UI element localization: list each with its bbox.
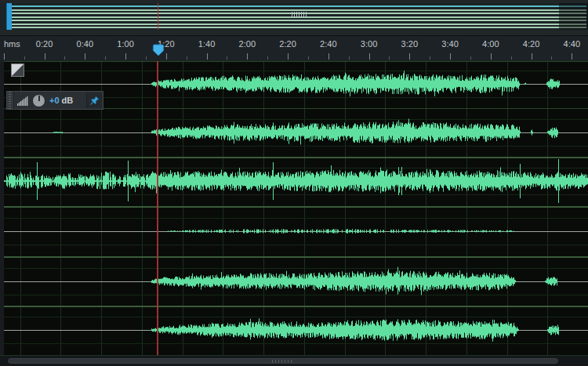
horizontal-scrollbar[interactable] [0, 355, 588, 366]
volume-knob-icon[interactable] [32, 94, 45, 107]
time-label: 4:00 [482, 39, 499, 49]
ruler-tick [369, 53, 370, 60]
time-label: 0:40 [77, 39, 93, 49]
ruler-tick [64, 56, 65, 60]
ruler-tick [267, 56, 268, 60]
panel-left-edge [0, 61, 4, 355]
navigator-panel [0, 0, 588, 36]
time-label: 4:20 [523, 39, 539, 49]
level-meter-icon [17, 95, 30, 107]
ruler-tick [450, 53, 451, 60]
ruler-tick [85, 53, 85, 60]
ruler-tick [389, 56, 390, 60]
ruler-tick [105, 56, 106, 60]
navigator-track-line [11, 9, 586, 11]
scrollbar-grip [272, 360, 294, 363]
time-label: 1:00 [117, 39, 133, 49]
navigator-offview-shade [559, 3, 588, 30]
time-label: 3:40 [441, 39, 458, 49]
navigator-range-grip[interactable] [292, 12, 307, 17]
time-label: 3:20 [401, 39, 418, 49]
drag-handle[interactable] [7, 92, 14, 109]
navigator-range-handle-left[interactable] [6, 3, 12, 30]
display-toggle-icon[interactable] [11, 63, 24, 77]
ruler-tick [349, 56, 350, 60]
ruler-tick [45, 53, 45, 60]
navigator-track-line [11, 5, 586, 7]
ruler-tick [125, 53, 126, 60]
ruler-tick [146, 56, 147, 60]
time-label: 2:40 [320, 39, 336, 49]
gain-unit-label: dB [62, 96, 74, 105]
scrollbar-thumb[interactable] [8, 358, 558, 364]
gain-value[interactable]: +0 [49, 96, 60, 105]
ruler-tick [308, 56, 309, 60]
ruler-tick [491, 53, 492, 60]
session-navigator[interactable] [0, 3, 588, 30]
ruler-tick [288, 53, 289, 60]
ruler-tick [328, 53, 329, 60]
ruler-tick [409, 53, 410, 60]
time-ruler[interactable]: hms 0:200:401:001:201:402:002:202:403:00… [0, 36, 588, 63]
ruler-tick [24, 56, 25, 60]
time-label: 1:40 [198, 39, 215, 49]
ruler-tick [430, 56, 430, 60]
ruler-tick [4, 53, 5, 60]
ruler-tick [227, 56, 227, 60]
ruler-tick [551, 56, 552, 60]
track-control-bar: +0 dB [6, 91, 103, 110]
ruler-tick [572, 53, 572, 60]
time-label: 3:00 [361, 39, 377, 49]
multitrack-editor[interactable]: +0 dB [0, 61, 588, 355]
ruler-tick [532, 53, 532, 60]
ruler-tick [247, 53, 248, 60]
time-label: 2:00 [239, 39, 256, 49]
navigator-track-line [11, 27, 586, 28]
navigator-playhead-line [158, 3, 158, 30]
time-unit-label: hms [4, 39, 20, 49]
playhead-marker[interactable] [152, 44, 165, 57]
navigator-track-line [11, 20, 586, 21]
ruler-tick [511, 56, 512, 60]
navigator-track-line [11, 24, 586, 25]
ruler-tick [470, 56, 471, 60]
time-label: 4:40 [564, 39, 580, 49]
pin-icon [89, 96, 100, 106]
pin-button[interactable] [86, 92, 102, 108]
time-label: 2:20 [279, 39, 296, 49]
time-label: 0:20 [36, 39, 53, 49]
ruler-tick [166, 53, 167, 60]
audio-editor-window: hms 0:200:401:001:201:402:002:202:403:00… [0, 0, 588, 366]
playhead-line [157, 61, 158, 355]
ruler-tick [207, 53, 208, 60]
ruler-tick [187, 56, 187, 60]
